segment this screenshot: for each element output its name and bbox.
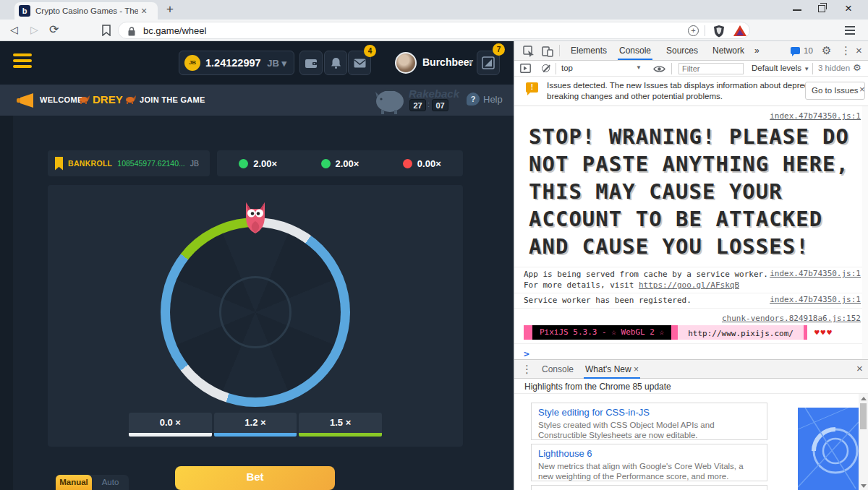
console-row-sw: Service worker has been registered.index…	[514, 293, 868, 309]
clear-console-icon[interactable]	[542, 64, 550, 72]
console-prompt-icon[interactable]: >	[514, 344, 868, 359]
scroll-down-icon[interactable]	[861, 484, 867, 488]
scroll-up-icon[interactable]	[861, 397, 867, 400]
bet-mode-tabs: Manual Auto	[56, 475, 129, 490]
forward-button[interactable]: ▷	[30, 24, 38, 35]
hidden-messages-count: 3 hidden	[818, 64, 850, 72]
browser-tab[interactable]: b Crypto Casino Games - The 16 Bes ×	[14, 2, 158, 20]
settings-gear-icon[interactable]: ⚙	[822, 44, 831, 57]
multiplier-button-1-5x[interactable]: 1.5 ×	[299, 413, 382, 437]
username[interactable]: Burchbeer	[422, 56, 473, 68]
context-selector[interactable]: top	[561, 64, 573, 72]
device-toolbar-icon[interactable]	[542, 46, 553, 57]
owl-mascot-icon	[241, 201, 270, 234]
tab-close-icon[interactable]: ×	[634, 364, 639, 374]
overflow-menu-icon[interactable]: ⋮	[841, 44, 851, 57]
multiplier-underline	[299, 433, 382, 437]
tab-manual[interactable]: Manual	[56, 475, 92, 490]
multiplier-label: 1.5 ×	[299, 413, 382, 433]
window-maximize-button[interactable]	[818, 5, 825, 12]
tab-elements[interactable]: Elements	[569, 41, 608, 60]
caret-down-icon: ▾	[469, 57, 473, 66]
inspect-element-icon[interactable]	[523, 46, 535, 57]
log-text: App is being served from cache by a serv…	[524, 269, 768, 280]
drawer-tab-console[interactable]: Console	[540, 360, 575, 379]
help-label[interactable]: Help	[483, 94, 503, 105]
piggy-bank-icon[interactable]	[374, 86, 406, 115]
issues-banner: ! Issues detected. The new Issues tab di…	[514, 77, 868, 106]
divider	[705, 25, 705, 36]
go-to-issues-button[interactable]: Go to Issues	[805, 82, 865, 100]
wallet-icon	[305, 58, 318, 69]
tab-network[interactable]: Network	[711, 41, 746, 60]
tab-sources[interactable]: Sources	[665, 41, 699, 60]
log-levels-dropdown[interactable]: Default levels ▼	[752, 64, 809, 72]
issues-close-icon[interactable]: ×	[859, 85, 865, 94]
balance-display[interactable]: JB 1.24122997 JB ▾	[179, 51, 294, 75]
source-link[interactable]: index.47b74350.js:1	[770, 269, 861, 280]
bat-inner	[736, 30, 744, 35]
caret-down-icon: ▾	[281, 58, 286, 69]
console-row-pixi: chunk-vendors.824918a6.js:152 PixiJS 5.3…	[514, 309, 868, 344]
scam-warning-text: STOP! WRANING! PLEASE DO NOT PASTE ANYTH…	[529, 123, 861, 260]
console-scrollbar[interactable]	[862, 106, 868, 359]
console-settings-icon[interactable]: ⚙	[853, 62, 861, 73]
multiplier-button-1-2x[interactable]: 1.2 ×	[214, 413, 297, 437]
tab-auto[interactable]: Auto	[92, 475, 129, 490]
tab-close-icon[interactable]: ×	[141, 6, 147, 16]
drawer-close-icon[interactable]: ×	[856, 362, 863, 374]
rakeback-label[interactable]: Rakeback	[409, 87, 459, 100]
drawer-tab-whatsnew[interactable]: What's New ×	[584, 360, 640, 379]
bat-triangle-icon[interactable]	[733, 25, 746, 36]
address-bar[interactable]: bc.game/wheel +	[118, 22, 750, 39]
tab-title: Crypto Casino Games - The 16 Bes	[35, 7, 138, 15]
rakeback-timer-sec: 07	[432, 99, 448, 111]
browser-menu-icon[interactable]	[845, 26, 855, 35]
history-item: 2.00×	[239, 158, 277, 169]
back-button[interactable]: ◁	[10, 24, 18, 35]
eye-icon[interactable]	[653, 65, 665, 73]
notifications-button[interactable]	[324, 51, 347, 75]
wallet-button[interactable]	[299, 51, 323, 75]
brave-shield-icon[interactable]	[713, 25, 725, 38]
new-tab-button[interactable]: +	[166, 2, 174, 17]
source-link[interactable]: chunk-vendors.824918a6.js:152	[722, 314, 861, 323]
bookmark-icon[interactable]	[101, 25, 111, 36]
whatsnew-heading: Highlights from the Chrome 85 update	[514, 379, 868, 394]
rewards-icon[interactable]: +	[688, 25, 699, 36]
console-row-warning: index.47b74350.js:1 STOP! WRANING! PLEAS…	[514, 106, 868, 267]
window-close-button[interactable]: ×	[845, 1, 852, 16]
devtools-close-icon[interactable]: ×	[856, 44, 862, 56]
window-minimize-button[interactable]	[793, 9, 801, 11]
tab-console[interactable]: Console	[618, 41, 652, 60]
issues-count[interactable]: 10	[804, 46, 813, 55]
reload-button[interactable]: ⟳	[49, 22, 59, 36]
drawer-overflow-icon[interactable]: ⋮	[522, 363, 532, 376]
filter-input[interactable]	[678, 63, 744, 74]
whatsnew-card-partial	[531, 485, 767, 490]
currency-dropdown[interactable]: JB ▾	[267, 58, 286, 69]
multiplier-button-0x[interactable]: 0.0 ×	[129, 413, 212, 437]
card-title-link[interactable]: Style editing for CSS-in-JS	[538, 407, 760, 418]
more-tabs-icon[interactable]: »	[753, 41, 761, 60]
issues-bubble-icon[interactable]	[791, 47, 800, 54]
source-link[interactable]: index.47b74350.js:1	[770, 111, 861, 121]
url-text[interactable]: bc.game/wheel	[143, 25, 206, 36]
pixijs-link[interactable]: http://www.pixijs.com/	[688, 329, 793, 338]
help-icon[interactable]: ?	[467, 93, 480, 106]
source-link[interactable]: index.47b74350.js:1	[770, 295, 861, 306]
join-text: JOIN THE GAME	[140, 95, 205, 104]
game-menu-icon[interactable]	[13, 53, 32, 68]
bankroll-amount: 108545977.62140...	[117, 159, 184, 168]
scroll-thumb[interactable]	[860, 403, 867, 429]
ribbon-icon	[55, 157, 63, 171]
drawer-scrollbar[interactable]	[859, 394, 868, 490]
devtools-drawer: ⋮ Console What's New × × Highlights from…	[514, 359, 868, 490]
caret-down-icon: ▼	[804, 66, 809, 72]
console-sidebar-icon[interactable]	[520, 64, 531, 73]
bet-button[interactable]: Bet	[175, 466, 335, 490]
goo-gl-link[interactable]: https://goo.gl/AFskqB	[639, 280, 739, 290]
avatar[interactable]	[395, 52, 417, 74]
card-title-link[interactable]: Lighthouse 6	[538, 448, 760, 459]
console-messages: index.47b74350.js:1 STOP! WRANING! PLEAS…	[514, 106, 868, 359]
